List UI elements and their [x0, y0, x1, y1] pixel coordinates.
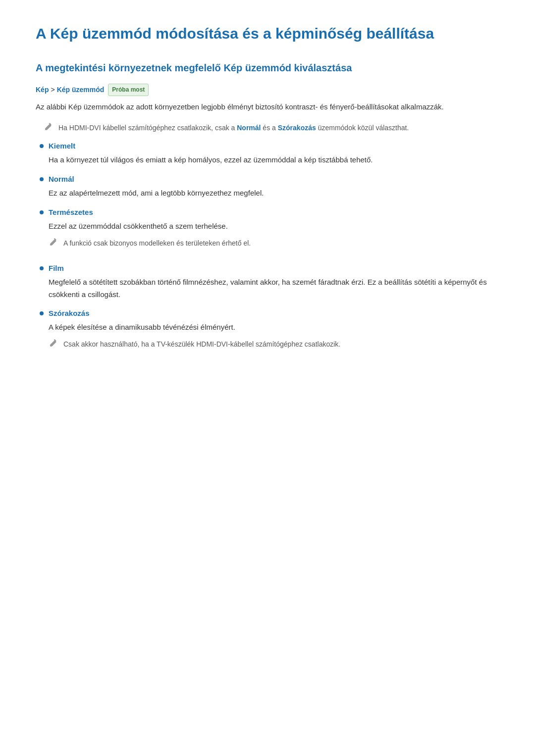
mode-kiemelt-label: Kiemelt: [49, 140, 75, 152]
breadcrumb-part1: Kép: [36, 84, 49, 95]
termeszetes-subnote-text: A funkció csak bizonyos modelleken és te…: [63, 238, 251, 249]
mode-termeszetes-label: Természetes: [49, 206, 93, 218]
intro-text: Az alábbi Kép üzemmódok az adott környez…: [36, 101, 499, 113]
breadcrumb-part2: Kép üzemmód: [57, 84, 105, 95]
note1-bold2: Szórakozás: [278, 124, 316, 132]
mode-szorakozas-desc: A képek élesítése a dinamikusabb tévénéz…: [49, 321, 499, 334]
mode-normal-label: Normál: [49, 173, 74, 185]
breadcrumb: Kép > Kép üzemmód Próba most: [36, 84, 499, 96]
mode-normal-desc: Ez az alapértelmezett mód, ami a legtöbb…: [49, 187, 499, 200]
list-item: Természetes Ezzel az üzemmóddal csökkent…: [40, 206, 499, 255]
list-item: Szórakozás A képek élesítése a dinamikus…: [40, 307, 499, 356]
section-title: A megtekintési környezetnek megfelelő Ké…: [36, 61, 499, 75]
bullet-dot: [40, 210, 44, 214]
mode-termeszetes-row: Természetes: [40, 206, 499, 218]
bullet-dot: [40, 177, 44, 181]
bullet-dot: [40, 266, 44, 270]
termeszetes-subnote: A funkció csak bizonyos modelleken és te…: [49, 238, 499, 249]
note1-bold1: Normál: [237, 124, 261, 132]
pencil-icon: [44, 123, 54, 133]
list-item: Film Megfelelő a sötétített szobákban tö…: [40, 262, 499, 301]
mode-film-desc: Megfelelő a sötétített szobákban történő…: [49, 276, 499, 301]
try-now-badge[interactable]: Próba most: [108, 84, 149, 96]
list-item: Normál Ez az alapértelmezett mód, ami a …: [40, 173, 499, 200]
mode-film-label: Film: [49, 262, 64, 274]
mode-film-row: Film: [40, 262, 499, 274]
mode-kiemelt-desc: Ha a környezet túl világos és emiatt a k…: [49, 154, 499, 166]
bullet-dot: [40, 311, 44, 315]
mode-kiemelt-row: Kiemelt: [40, 140, 499, 152]
szorakozas-subnote-text: Csak akkor használható, ha a TV-készülék…: [63, 339, 340, 350]
mode-termeszetes-desc: Ezzel az üzemmóddal csökkenthető a szem …: [49, 220, 499, 233]
list-item: Kiemelt Ha a környezet túl világos és em…: [40, 140, 499, 166]
pencil-icon: [49, 238, 58, 248]
note1: Ha HDMI-DVI kábellel számítógéphez csatl…: [44, 122, 499, 133]
page-title: A Kép üzemmód módosítása és a képminőség…: [36, 24, 499, 43]
szorakozas-subnote: Csak akkor használható, ha a TV-készülék…: [49, 339, 499, 350]
note1-text: Ha HDMI-DVI kábellel számítógéphez csatl…: [58, 122, 409, 133]
mode-szorakozas-row: Szórakozás: [40, 307, 499, 319]
mode-normal-row: Normál: [40, 173, 499, 185]
mode-szorakozas-label: Szórakozás: [49, 307, 90, 319]
breadcrumb-separator: >: [51, 84, 54, 95]
modes-list: Kiemelt Ha a környezet túl világos és em…: [40, 140, 499, 356]
pencil-icon: [49, 339, 58, 349]
bullet-dot: [40, 144, 44, 148]
